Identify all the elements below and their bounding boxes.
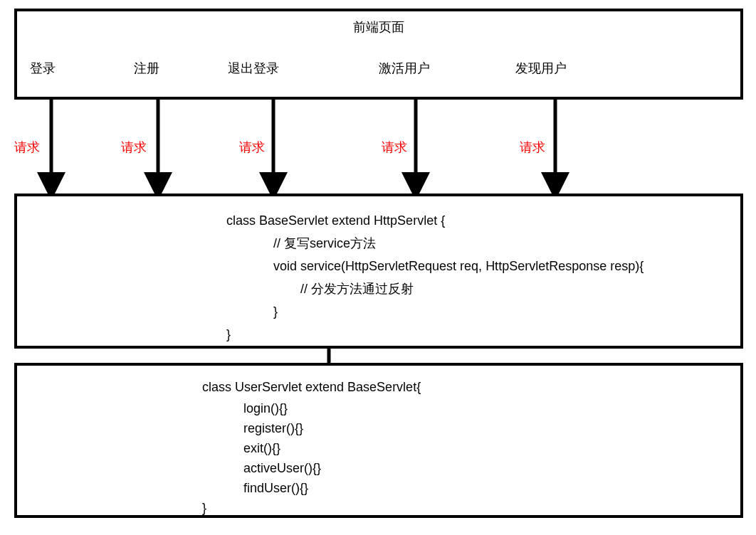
action-login: 登录 bbox=[30, 60, 56, 77]
arrow-label-4: 请求 bbox=[382, 139, 407, 156]
code-line: findUser(){} bbox=[17, 478, 740, 498]
code-line: class BaseServlet extend HttpServlet { bbox=[17, 209, 740, 232]
frontend-box: 前端页面 登录 注册 退出登录 激活用户 发现用户 bbox=[14, 9, 743, 100]
code-line: void service(HttpServletRequest req, Htt… bbox=[17, 255, 740, 277]
code-line: register(){} bbox=[17, 418, 740, 438]
action-logout: 退出登录 bbox=[228, 60, 279, 77]
code-line: } bbox=[17, 498, 740, 518]
user-servlet-box: class UserServlet extend BaseServlet{ lo… bbox=[14, 363, 743, 518]
base-servlet-box: class BaseServlet extend HttpServlet { /… bbox=[14, 194, 743, 349]
code-line: } bbox=[17, 323, 740, 346]
code-line: class UserServlet extend BaseServlet{ bbox=[17, 376, 740, 398]
arrow-label-3: 请求 bbox=[239, 139, 265, 156]
arrow-label-1: 请求 bbox=[14, 139, 40, 156]
action-find: 发现用户 bbox=[515, 60, 567, 77]
frontend-title: 前端页面 bbox=[17, 18, 740, 36]
code-line: } bbox=[17, 300, 740, 323]
arrow-label-2: 请求 bbox=[121, 139, 147, 156]
code-line: activeUser(){} bbox=[17, 458, 740, 478]
action-activate: 激活用户 bbox=[379, 60, 430, 77]
code-line: login(){} bbox=[17, 398, 740, 418]
code-line: // 分发方法通过反射 bbox=[17, 277, 740, 300]
frontend-actions-row: 登录 注册 退出登录 激活用户 发现用户 bbox=[17, 60, 740, 77]
arrow-label-5: 请求 bbox=[520, 139, 545, 156]
code-line: exit(){} bbox=[17, 438, 740, 458]
code-line: // 复写service方法 bbox=[17, 232, 740, 255]
action-register: 注册 bbox=[134, 60, 159, 77]
